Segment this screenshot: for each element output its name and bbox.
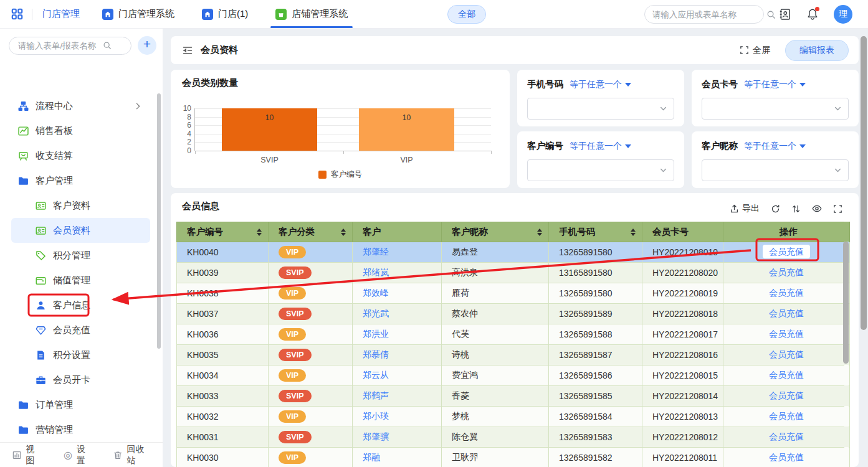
table-row[interactable]: KH0034 VIP 郑云从 费宜鸿 13265891586 HY2022120… xyxy=(177,366,850,386)
sidebar-scrollbar[interactable] xyxy=(157,93,161,349)
customer-link[interactable]: 郑肇经 xyxy=(363,247,389,257)
bar-value-label: 10 xyxy=(359,113,454,122)
customer-link[interactable]: 郑小瑛 xyxy=(363,411,389,421)
filter-condition-dropdown[interactable]: 等于任意一个 xyxy=(570,141,631,152)
customer-link[interactable]: 郑绪岚 xyxy=(363,267,389,277)
customer-link[interactable]: 郑云从 xyxy=(363,370,389,380)
sidebar-item-points-settings[interactable]: 积分设置 xyxy=(0,342,163,367)
customer-link[interactable]: 郑光武 xyxy=(363,308,389,318)
member-recharge-link[interactable]: 会员充值 xyxy=(769,370,804,380)
table-row[interactable]: KH0036 VIP 郑洪业 代芙 13265891588 HY20221208… xyxy=(177,324,850,345)
refresh-icon[interactable] xyxy=(771,204,780,214)
table-row[interactable]: KH0031 SVIP 郑肇骥 陈仓翼 13265891583 HY202212… xyxy=(177,427,850,448)
table-fullscreen-icon[interactable] xyxy=(833,204,842,214)
fullscreen-button[interactable]: 全屏 xyxy=(740,45,770,56)
sidebar-item-member-card-opening[interactable]: 会员开卡 xyxy=(0,367,163,392)
member-recharge-link[interactable]: 会员充值 xyxy=(769,308,804,318)
table-scrollbar[interactable] xyxy=(843,242,849,364)
customer-link[interactable]: 郑慕倩 xyxy=(363,349,389,359)
filter-condition-dropdown[interactable]: 等于任意一个 xyxy=(570,79,631,90)
filter-value-select[interactable] xyxy=(702,98,849,120)
table-row[interactable]: KH0037 SVIP 郑光武 蔡农仲 13265891589 HY202212… xyxy=(177,304,850,324)
collapse-sidebar-icon[interactable] xyxy=(182,45,193,56)
table-column-header[interactable]: 手机号码 xyxy=(549,222,642,242)
table-row[interactable]: KH0030 VIP 郑融 卫耿羿 13265891582 HY20221208… xyxy=(177,448,850,467)
sort-carets-icon[interactable] xyxy=(257,229,262,236)
filter-condition-dropdown[interactable]: 等于任意一个 xyxy=(744,79,806,90)
bar-chart: 10 8 6 4 2 0 10 10 SVIP VIP xyxy=(194,108,491,151)
table-row[interactable]: KH0032 VIP 郑小瑛 梦桃 13265891584 HY20221208… xyxy=(177,407,850,427)
sidebar-item-marketing-mgmt[interactable]: 营销管理 xyxy=(0,417,163,442)
member-recharge-link[interactable]: 会员充值 xyxy=(769,288,804,298)
tab-shop-mgmt-system[interactable]: 店铺管理系统 xyxy=(275,0,348,28)
search-icon[interactable] xyxy=(766,10,776,19)
sidebar-item-order-mgmt[interactable]: 订单管理 xyxy=(0,392,163,417)
filter-condition-dropdown[interactable]: 等于任意一个 xyxy=(744,141,806,152)
filter-value-select[interactable] xyxy=(702,159,849,181)
customer-link[interactable]: 郑鹤声 xyxy=(363,390,389,400)
recycle-bin-button[interactable]: 回收站 xyxy=(113,444,150,466)
member-recharge-link[interactable]: 会员充值 xyxy=(769,411,804,421)
member-recharge-link[interactable]: 会员充值 xyxy=(769,452,804,462)
workspace-label[interactable]: 门店管理 xyxy=(42,8,80,20)
table-row[interactable]: KH0040 VIP 郑肇经 易垚登 13265891580 HY2022120… xyxy=(177,242,850,263)
customer-link[interactable]: 郑融 xyxy=(363,452,380,462)
sort-carets-icon[interactable] xyxy=(341,229,346,236)
sidebar-item-income-expense[interactable]: 收支结算 xyxy=(0,143,163,168)
global-search-input[interactable] xyxy=(652,10,763,19)
export-button[interactable]: 导出 xyxy=(730,203,760,214)
table-row[interactable]: KH0035 SVIP 郑慕倩 诗桃 13265891587 HY2022120… xyxy=(177,345,850,366)
table-row[interactable]: KH0033 SVIP 郑鹤声 香菱 13265891585 HY2022120… xyxy=(177,386,850,407)
notification-bell-icon[interactable] xyxy=(806,8,819,21)
table-row[interactable]: KH0039 SVIP 郑绪岚 高洪泉 13165891580 HY202212… xyxy=(177,263,850,283)
sidebar-item-customer-info[interactable]: 客户信息 xyxy=(0,293,163,318)
sort-carets-icon[interactable] xyxy=(537,229,542,236)
settings-button[interactable]: ◎ 设置 xyxy=(64,444,91,466)
edit-report-button[interactable]: 编辑报表 xyxy=(785,40,849,61)
customer-link[interactable]: 郑效峰 xyxy=(363,288,389,298)
member-recharge-link[interactable]: 会员充值 xyxy=(769,329,804,339)
member-recharge-link[interactable]: 会员充值 xyxy=(763,245,810,258)
table-column-header[interactable]: 操作 xyxy=(723,222,850,242)
filter-value-select[interactable] xyxy=(527,159,674,181)
sidebar-item-member-recharge[interactable]: 会员充值 xyxy=(0,318,163,342)
member-recharge-link[interactable]: 会员充值 xyxy=(769,390,804,400)
sidebar-item-points-mgmt[interactable]: 积分管理 xyxy=(0,243,163,268)
app-grid-icon[interactable] xyxy=(11,8,23,20)
member-recharge-link[interactable]: 会员充值 xyxy=(769,432,804,441)
all-apps-button[interactable]: 全部 xyxy=(447,5,486,24)
customer-link[interactable]: 郑洪业 xyxy=(363,329,389,339)
sidebar-item-stored-value-mgmt[interactable]: 储值管理 xyxy=(0,268,163,293)
bar-vip[interactable]: 10 xyxy=(359,108,454,151)
sidebar-item-sales-board[interactable]: 销售看板 xyxy=(0,118,163,143)
table-row[interactable]: KH0038 VIP 郑效峰 雁荷 13265891580 HY20221208… xyxy=(177,283,850,304)
views-button[interactable]: 视图 xyxy=(12,444,41,466)
add-button[interactable]: + xyxy=(138,36,156,55)
table-column-header[interactable]: 客户昵称 xyxy=(442,222,549,242)
sort-icon[interactable] xyxy=(791,204,801,214)
visibility-eye-icon[interactable] xyxy=(812,204,822,214)
tab-store-mgmt-system[interactable]: 门店管理系统 xyxy=(102,0,174,28)
bar-svip[interactable]: 10 xyxy=(222,108,317,151)
customer-link[interactable]: 郑肇骥 xyxy=(363,432,389,441)
avatar[interactable]: 理 xyxy=(834,5,852,24)
chart-legend[interactable]: 客户编号 xyxy=(171,169,510,180)
contacts-icon[interactable] xyxy=(779,8,791,21)
member-recharge-link[interactable]: 会员充值 xyxy=(769,267,804,277)
table-column-header[interactable]: 客户 xyxy=(353,222,442,242)
table-title: 会员信息 xyxy=(182,200,219,212)
sidebar-item-member-profile[interactable]: 会员资料 xyxy=(11,218,150,243)
sidebar-item-customer-mgmt[interactable]: 客户管理 xyxy=(0,168,163,193)
table-column-header[interactable]: 客户编号 xyxy=(177,222,269,242)
table-column-header[interactable]: 客户分类 xyxy=(269,222,353,242)
member-recharge-link[interactable]: 会员充值 xyxy=(769,349,804,359)
tab-store-1[interactable]: 门店(1) xyxy=(202,0,248,28)
sidebar-item-customer-profile[interactable]: 客户资料 xyxy=(0,193,163,218)
sort-carets-icon[interactable] xyxy=(631,229,636,236)
sidebar-search-input[interactable] xyxy=(18,41,99,50)
table-column-header[interactable]: 会员卡号 xyxy=(642,222,723,242)
search-icon[interactable] xyxy=(103,41,112,50)
filter-value-select[interactable] xyxy=(527,98,674,120)
main-scrollbar[interactable] xyxy=(861,36,867,330)
sidebar-item-process-center[interactable]: 流程中心 xyxy=(0,93,163,118)
